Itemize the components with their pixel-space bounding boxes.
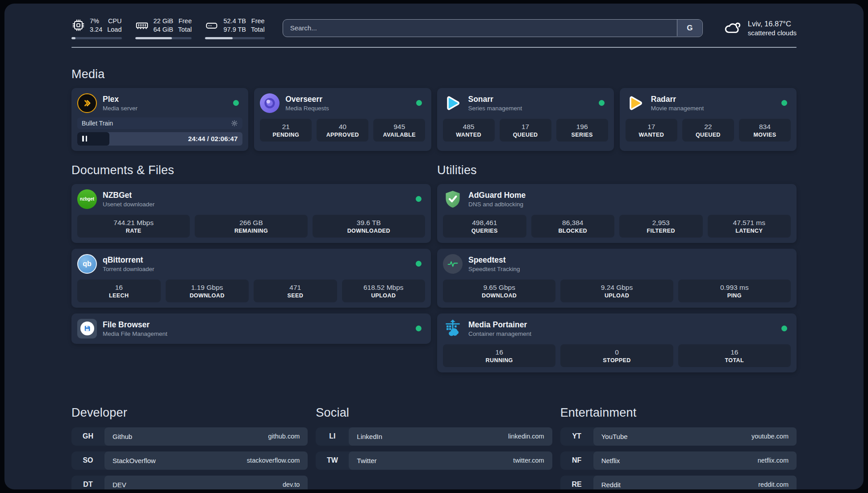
app-name: Media Portainer xyxy=(468,320,531,330)
link-url: reddit.com xyxy=(758,481,789,488)
bookmark-link[interactable]: LI LinkedIn linkedin.com xyxy=(316,427,552,446)
link-name: StackOverflow xyxy=(113,457,156,464)
overseerr-card[interactable]: Overseerr Media Requests 21 PENDING 40 A… xyxy=(254,88,431,151)
weather-location-temp: Lviv, 16.87°C xyxy=(748,19,797,29)
top-bar: 7% 3.24 CPU Load xyxy=(71,17,797,39)
adguard-card[interactable]: AdGuard Home DNS and adblocking 498,461 … xyxy=(437,184,797,243)
stat-tile: 485 WANTED xyxy=(443,119,495,142)
app-name: NZBGet xyxy=(103,191,154,200)
cpu-progress-bar xyxy=(71,37,122,39)
cloud-icon xyxy=(723,18,742,38)
social-section: Social LI LinkedIn linkedin.com TW Twitt… xyxy=(316,406,552,476)
radarr-icon xyxy=(626,93,645,113)
bookmark-link[interactable]: SO StackOverflow stackoverflow.com xyxy=(71,451,308,470)
search-bar: G xyxy=(283,19,703,37)
app-description: Series management xyxy=(468,105,522,112)
cpu-icon xyxy=(71,19,85,32)
stat-tile: 0 STOPPED xyxy=(560,344,673,367)
link-url: stackoverflow.com xyxy=(247,457,300,464)
now-playing-title: Bullet Train xyxy=(82,120,113,127)
status-dot xyxy=(233,100,239,106)
section-title-media: Media xyxy=(71,67,797,81)
stat-tile: 1.19 Gbps DOWNLOAD xyxy=(166,280,249,302)
stat-tile: 22 QUEUED xyxy=(682,119,734,142)
stat-tile: 9.65 Gbps DOWNLOAD xyxy=(443,280,555,302)
status-dot xyxy=(599,100,605,106)
link-abbr: DT xyxy=(71,476,104,489)
stat-tile: 9.24 Gbps UPLOAD xyxy=(560,280,673,302)
app-description: Container management xyxy=(468,330,531,337)
stat-tile: 471 SEED xyxy=(254,280,337,302)
nzbget-icon: nzbget xyxy=(77,189,97,209)
radarr-card[interactable]: Radarr Movie management 17 WANTED 22 QUE… xyxy=(620,88,797,151)
pause-icon xyxy=(82,136,87,142)
stat-tile: 39.6 TB DOWNLOADED xyxy=(313,215,425,238)
portainer-card[interactable]: Media Portainer Container management 16 … xyxy=(437,313,797,372)
google-search-button[interactable]: G xyxy=(677,20,702,36)
stat-tile: 618.52 Mbps UPLOAD xyxy=(342,280,426,302)
bookmark-link[interactable]: RE Reddit reddit.com xyxy=(560,476,797,489)
app-description: Speedtest Tracking xyxy=(468,266,520,272)
bookmark-link[interactable]: GH Github github.com xyxy=(71,427,308,446)
speedtest-card[interactable]: Speedtest Speedtest Tracking 9.65 Gbps D… xyxy=(437,249,797,308)
memory-free-label: Free xyxy=(178,17,192,25)
weather-condition: scattered clouds xyxy=(748,29,797,38)
status-dot xyxy=(781,326,787,331)
cpu-load-value: 3.24 xyxy=(90,25,102,34)
bookmark-link[interactable]: TW Twitter twitter.com xyxy=(316,451,552,470)
link-url: youtube.com xyxy=(751,433,789,440)
gear-icon[interactable] xyxy=(231,120,238,127)
filebrowser-card[interactable]: File Browser Media File Management xyxy=(71,313,431,344)
qbittorrent-card[interactable]: qb qBittorrent Torrent downloader 16 LEE… xyxy=(71,249,431,308)
adguard-icon xyxy=(443,189,463,209)
speedtest-icon xyxy=(443,254,463,274)
disk-icon xyxy=(205,19,218,32)
utilities-column: Utilities AdGuard Home DNS and adblockin… xyxy=(437,163,797,378)
memory-progress-bar xyxy=(135,37,192,39)
bookmark-link[interactable]: YT YouTube youtube.com xyxy=(560,427,797,446)
app-name: File Browser xyxy=(103,320,167,330)
playback-time: 24:44 / 02:06:47 xyxy=(188,132,238,146)
nzbget-card[interactable]: nzbget NZBGet Usenet downloader 744.21 M… xyxy=(71,184,431,243)
link-url: dev.to xyxy=(283,481,300,488)
bookmark-link[interactable]: DT DEV dev.to xyxy=(71,476,308,489)
sonarr-card[interactable]: Sonarr Series management 485 WANTED 17 Q… xyxy=(437,88,614,151)
link-abbr: NF xyxy=(560,451,593,470)
stat-tile: 40 APPROVED xyxy=(317,119,368,142)
storage-free-value: 52.4 TB xyxy=(223,17,246,25)
link-abbr: SO xyxy=(71,451,104,470)
search-input[interactable] xyxy=(283,19,703,37)
entertainment-section: Entertainment YT YouTube youtube.com NF … xyxy=(560,406,797,489)
qbittorrent-icon: qb xyxy=(77,254,97,274)
stat-tile: 47.571 ms LATENCY xyxy=(708,215,791,238)
storage-total-label: Total xyxy=(251,25,265,34)
system-stats: 7% 3.24 CPU Load xyxy=(71,17,265,39)
link-name: Netflix xyxy=(601,457,620,464)
header-divider xyxy=(71,47,797,48)
link-name: DEV xyxy=(113,481,126,489)
link-name: Twitter xyxy=(357,457,376,464)
stat-tile: 0.993 ms PING xyxy=(678,280,791,302)
section-title-social: Social xyxy=(316,406,552,420)
memory-free-value: 22 GiB xyxy=(154,17,173,25)
filebrowser-icon xyxy=(77,319,97,338)
section-title-entertainment: Entertainment xyxy=(560,406,797,420)
section-title-developer: Developer xyxy=(71,406,308,420)
overseerr-icon xyxy=(260,93,280,113)
plex-card[interactable]: Plex Media server Bullet Train 24 xyxy=(71,88,248,151)
section-title-utilities: Utilities xyxy=(437,163,797,177)
memory-total-label: Total xyxy=(178,25,192,34)
app-description: Media File Management xyxy=(103,330,167,337)
storage-stat: 52.4 TB 97.9 TB Free Total xyxy=(205,17,264,39)
bookmark-link[interactable]: NF Netflix netflix.com xyxy=(560,451,797,470)
stat-tile: 16 TOTAL xyxy=(678,344,791,367)
media-grid: Plex Media server Bullet Train 24 xyxy=(71,88,797,151)
app-name: AdGuard Home xyxy=(468,191,526,200)
link-name: Reddit xyxy=(601,481,621,489)
app-description: Media Requests xyxy=(285,105,329,112)
app-name: Radarr xyxy=(651,95,704,104)
storage-total-value: 97.9 TB xyxy=(223,25,246,34)
status-dot xyxy=(416,196,421,202)
plex-icon xyxy=(77,93,97,113)
playback-progress-bar[interactable]: 24:44 / 02:06:47 xyxy=(77,132,242,146)
